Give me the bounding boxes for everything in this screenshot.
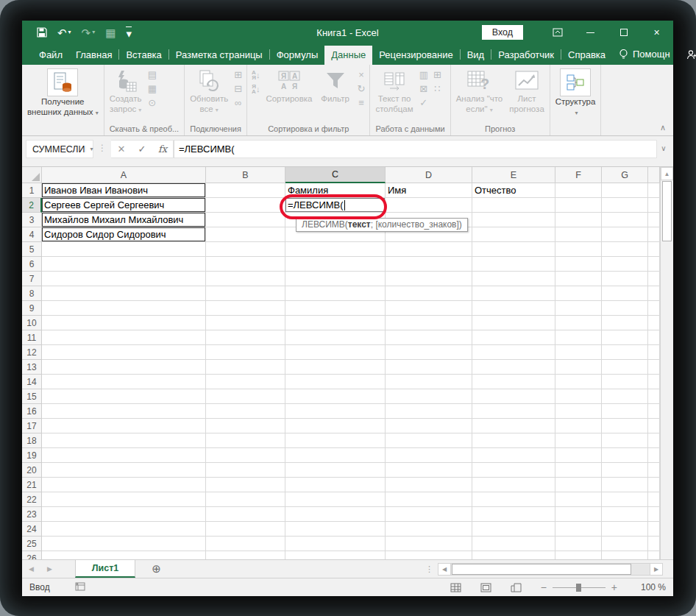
select-all-corner[interactable] — [22, 167, 42, 183]
cell-F14[interactable] — [555, 375, 602, 389]
row-header-17[interactable]: 17 — [22, 419, 42, 433]
cell-F23[interactable] — [555, 507, 602, 522]
cell-B26[interactable] — [206, 551, 285, 559]
cell-A9[interactable] — [42, 301, 206, 316]
cell-F20[interactable] — [555, 463, 602, 478]
cell-D25[interactable] — [386, 537, 472, 551]
cell-A8[interactable] — [42, 286, 206, 301]
cell-A12[interactable] — [42, 345, 206, 360]
row-header-16[interactable]: 16 — [22, 404, 42, 419]
cell-C18[interactable] — [285, 433, 386, 448]
cell-E26[interactable] — [472, 551, 555, 559]
cell-G23[interactable] — [602, 507, 648, 522]
page-break-view-button[interactable] — [511, 583, 522, 592]
cell-A17[interactable] — [42, 419, 206, 433]
cell-C15[interactable] — [285, 389, 386, 404]
row-header-10[interactable]: 10 — [22, 316, 42, 330]
cell-F22[interactable] — [555, 492, 602, 507]
cell-C23[interactable] — [285, 507, 386, 522]
cell-B12[interactable] — [206, 345, 285, 360]
cell-E16[interactable] — [472, 404, 555, 419]
column-header-D[interactable]: D — [386, 167, 472, 183]
cell-F10[interactable] — [555, 316, 602, 330]
outline-button[interactable]: Структура▾ — [553, 66, 599, 123]
cell-D15[interactable] — [386, 389, 472, 404]
cell-E13[interactable] — [472, 360, 555, 375]
column-header-C[interactable]: C — [285, 167, 386, 183]
row-header-5[interactable]: 5 — [22, 242, 42, 257]
sheet-nav-next-icon[interactable]: ▶ — [40, 565, 59, 573]
cell-F12[interactable] — [555, 345, 602, 360]
cell-C12[interactable] — [285, 345, 386, 360]
cell-C5[interactable] — [285, 242, 386, 257]
cell-C1[interactable]: Фамилия — [285, 183, 386, 198]
normal-view-button[interactable] — [450, 583, 461, 592]
cell-D1[interactable]: Имя — [386, 183, 472, 198]
cell-D20[interactable] — [386, 463, 472, 478]
cell-D16[interactable] — [386, 404, 472, 419]
scroll-up-icon[interactable]: ▲ — [661, 167, 673, 180]
row-header-25[interactable]: 25 — [22, 537, 42, 551]
cell-B6[interactable] — [206, 257, 285, 272]
cell-E7[interactable] — [472, 272, 555, 286]
cell-B20[interactable] — [206, 463, 285, 478]
cell-F18[interactable] — [555, 433, 602, 448]
cell-G15[interactable] — [602, 389, 648, 404]
cell-B25[interactable] — [206, 537, 285, 551]
cell-F1[interactable] — [555, 183, 602, 198]
sheet-tab-list1[interactable]: Лист1 — [75, 560, 135, 578]
spreadsheet-grid[interactable]: ЛЕВСИМВ(текст; [количество_знаков]) ABCD… — [22, 167, 660, 559]
tab-формулы[interactable]: Формулы — [270, 46, 325, 65]
tab-share[interactable]: Поделиться — [680, 45, 696, 64]
cell-E1[interactable]: Отчество — [472, 183, 555, 198]
tab-рецензирование[interactable]: Рецензирование — [372, 46, 459, 65]
cell-B22[interactable] — [206, 492, 285, 507]
cell-E2[interactable] — [472, 198, 555, 213]
cell-C6[interactable] — [285, 257, 386, 272]
cell-E4[interactable] — [472, 227, 555, 242]
row-header-19[interactable]: 19 — [22, 448, 42, 463]
cell-A26[interactable] — [42, 551, 206, 559]
qat-customize-button[interactable]: ▾ — [126, 26, 132, 39]
row-header-9[interactable]: 9 — [22, 301, 42, 316]
row-header-23[interactable]: 23 — [22, 507, 42, 522]
vertical-scroll-thumb[interactable] — [662, 181, 672, 241]
row-header-26[interactable]: 26 — [22, 551, 42, 559]
cell-D5[interactable] — [386, 242, 472, 257]
cell-D14[interactable] — [386, 375, 472, 389]
name-box[interactable]: СУММЕСЛИ ▾ — [26, 140, 93, 158]
cell-C16[interactable] — [285, 404, 386, 419]
cell-F21[interactable] — [555, 478, 602, 492]
cell-A5[interactable] — [42, 242, 206, 257]
cell-G6[interactable] — [602, 257, 648, 272]
tab-разработчик[interactable]: Разработчик — [491, 46, 561, 65]
cell-A24[interactable] — [42, 522, 206, 537]
cell-D12[interactable] — [386, 345, 472, 360]
cell-D7[interactable] — [386, 272, 472, 286]
cell-A6[interactable] — [42, 257, 206, 272]
cell-G21[interactable] — [602, 478, 648, 492]
formula-input[interactable]: =ЛЕВСИМВ( — [174, 140, 657, 158]
cell-F7[interactable] — [555, 272, 602, 286]
cell-E20[interactable] — [472, 463, 555, 478]
cell-A4[interactable]: Сидоров Сидор Сидорович — [42, 227, 206, 242]
zoom-out-icon[interactable]: − — [541, 581, 547, 593]
minimize-button[interactable] — [574, 21, 607, 44]
zoom-level[interactable]: 100 % — [628, 582, 666, 592]
cell-C9[interactable] — [285, 301, 386, 316]
row-header-14[interactable]: 14 — [22, 375, 42, 389]
cell-A2[interactable]: Сергеев Сергей Сергеевич — [42, 198, 206, 213]
cell-G18[interactable] — [602, 433, 648, 448]
cell-F15[interactable] — [555, 389, 602, 404]
cell-G26[interactable] — [602, 551, 648, 559]
cell-G4[interactable] — [602, 227, 648, 242]
enter-formula-button[interactable]: ✓ — [132, 144, 152, 155]
cell-D17[interactable] — [386, 419, 472, 433]
horizontal-scrollbar[interactable]: ◀ ▶ — [438, 563, 663, 576]
cell-F8[interactable] — [555, 286, 602, 301]
row-header-7[interactable]: 7 — [22, 272, 42, 286]
row-header-6[interactable]: 6 — [22, 257, 42, 272]
zoom-in-icon[interactable]: + — [611, 581, 617, 593]
row-header-4[interactable]: 4 — [22, 227, 42, 242]
tab-assistant[interactable]: Помощн — [612, 45, 677, 65]
